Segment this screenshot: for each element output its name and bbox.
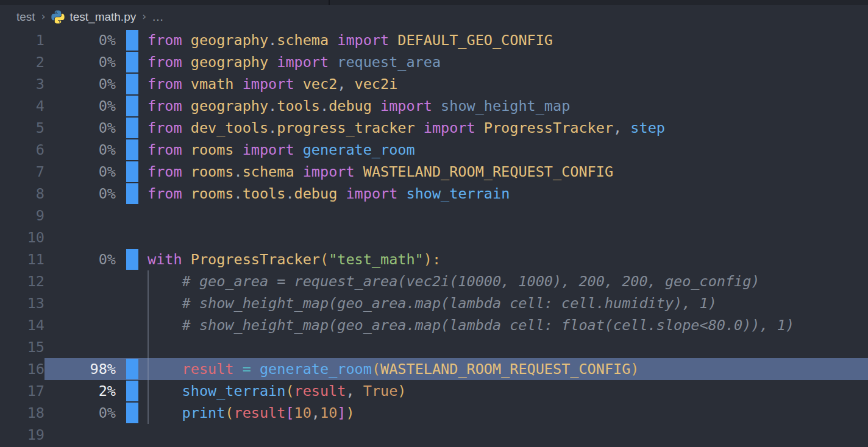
- line-number[interactable]: 7: [0, 161, 44, 183]
- profile-gutter-block: [126, 30, 138, 51]
- line-number[interactable]: 6: [0, 139, 44, 161]
- code-line[interactable]: 110%with ProgressTracker("test_math"):: [0, 248, 868, 270]
- line-number[interactable]: 4: [0, 95, 44, 117]
- breadcrumb-folder[interactable]: test: [16, 10, 35, 24]
- profile-gutter: [119, 380, 140, 402]
- profile-gutter: [119, 183, 140, 205]
- profile-gutter: [119, 29, 140, 51]
- code-line[interactable]: 15: [0, 336, 868, 358]
- line-number[interactable]: 19: [0, 424, 44, 446]
- code-token: ): [397, 382, 406, 399]
- line-number[interactable]: 15: [0, 336, 44, 358]
- line-number[interactable]: 3: [0, 73, 44, 95]
- code-line[interactable]: 70%from rooms.schema import WASTELAND_RO…: [0, 161, 868, 183]
- line-number[interactable]: 17: [0, 380, 44, 402]
- code-text[interactable]: from geography.tools.debug import show_h…: [140, 95, 868, 117]
- code-line[interactable]: 13 # show_height_map(geo_area.map(lambda…: [0, 292, 868, 314]
- code-token: "test_math": [329, 251, 424, 268]
- profile-percentage: 0%: [44, 402, 119, 424]
- code-text[interactable]: # geo_area = request_area(vec2i(10000, 1…: [140, 270, 868, 292]
- code-line[interactable]: 40%from geography.tools.debug import sho…: [0, 95, 868, 117]
- code-token: import: [372, 97, 441, 114]
- line-number[interactable]: 12: [0, 270, 44, 292]
- code-text[interactable]: # show_height_map(geo_area.map(lambda ce…: [140, 292, 868, 314]
- profile-gutter-block: [126, 74, 138, 94]
- line-number[interactable]: 14: [0, 314, 44, 336]
- line-number[interactable]: 16: [0, 358, 44, 380]
- code-line[interactable]: 60%from rooms import generate_room: [0, 139, 868, 161]
- line-number[interactable]: 18: [0, 402, 44, 424]
- code-line[interactable]: 9: [0, 205, 868, 227]
- profile-gutter: [119, 424, 140, 446]
- code-token: DEFAULT_GEO_CONFIG: [397, 32, 553, 49]
- line-number[interactable]: 2: [0, 51, 44, 73]
- code-token: tools: [277, 97, 320, 114]
- code-text[interactable]: from geography.schema import DEFAULT_GEO…: [140, 29, 868, 51]
- line-body: 0%from geography.schema import DEFAULT_G…: [44, 29, 868, 51]
- code-line[interactable]: 19: [0, 424, 868, 446]
- code-text[interactable]: [140, 227, 868, 248]
- profile-gutter: [119, 270, 140, 292]
- profile-percentage: [44, 227, 119, 248]
- code-text[interactable]: print(result[10,10]): [140, 402, 868, 424]
- code-line[interactable]: 10: [0, 227, 868, 248]
- profile-gutter-block: [126, 359, 138, 379]
- profile-percentage: 0%: [44, 248, 119, 270]
- code-line[interactable]: 180% print(result[10,10]): [0, 402, 868, 424]
- code-text[interactable]: from rooms.tools.debug import show_terra…: [140, 183, 868, 205]
- breadcrumb-file[interactable]: test_math.py: [51, 10, 136, 24]
- profile-gutter-block: [126, 139, 138, 160]
- code-token: =: [243, 361, 251, 378]
- tab-separator: [329, 0, 330, 5]
- profile-gutter-block: [126, 161, 138, 182]
- code-text[interactable]: from geography import request_area: [140, 51, 868, 73]
- code-line[interactable]: 1698% result = generate_room(WASTELAND_R…: [0, 358, 868, 380]
- highlighted-line-body: 98% result = generate_room(WASTELAND_ROO…: [44, 358, 868, 380]
- code-token: geography: [191, 54, 268, 71]
- code-text[interactable]: from vmath import vec2, vec2i: [140, 73, 868, 95]
- code-token: WASTELAND_ROOM_REQUEST_CONFIG: [380, 361, 630, 378]
- code-line[interactable]: 12 # geo_area = request_area(vec2i(10000…: [0, 270, 868, 292]
- code-line[interactable]: 30%from vmath import vec2, vec2i: [0, 73, 868, 95]
- code-text[interactable]: # show_height_map(geo_area.map(lambda ce…: [140, 314, 868, 336]
- code-token: result: [182, 361, 234, 378]
- code-token: debug: [329, 97, 372, 114]
- code-token: [355, 382, 363, 399]
- profile-percentage: [44, 205, 119, 227]
- profile-percentage: [44, 424, 119, 446]
- code-text[interactable]: [140, 424, 868, 446]
- profile-gutter: [119, 117, 140, 139]
- code-token: rooms: [191, 141, 234, 158]
- code-token: # geo_area = request_area(vec2i(10000, 1…: [148, 273, 760, 290]
- line-number[interactable]: 10: [0, 227, 44, 248]
- code-text[interactable]: from rooms import generate_room: [140, 139, 868, 161]
- code-token: from: [148, 97, 191, 114]
- code-line[interactable]: 80%from rooms.tools.debug import show_te…: [0, 183, 868, 205]
- code-line[interactable]: 172% show_terrain(result, True): [0, 380, 868, 402]
- code-line[interactable]: 50%from dev_tools.progress_tracker impor…: [0, 117, 868, 139]
- code-text[interactable]: result = generate_room(WASTELAND_ROOM_RE…: [140, 358, 868, 380]
- profile-gutter-block: [126, 96, 138, 116]
- code-text[interactable]: [140, 205, 868, 227]
- line-number[interactable]: 13: [0, 292, 44, 314]
- line-body: [44, 336, 868, 358]
- code-text[interactable]: from dev_tools.progress_tracker import P…: [140, 117, 868, 139]
- code-line[interactable]: 10%from geography.schema import DEFAULT_…: [0, 29, 868, 51]
- code-token: import: [234, 76, 303, 93]
- line-number[interactable]: 11: [0, 248, 44, 270]
- code-text[interactable]: with ProgressTracker("test_math"):: [140, 248, 868, 270]
- line-number[interactable]: 8: [0, 183, 44, 205]
- code-text[interactable]: show_terrain(result, True): [140, 380, 868, 402]
- code-token: rooms: [191, 185, 234, 202]
- code-text[interactable]: from rooms.schema import WASTELAND_ROOM_…: [140, 161, 868, 183]
- line-number[interactable]: 5: [0, 117, 44, 139]
- profile-gutter: [119, 73, 140, 95]
- breadcrumb-symbol-ellipsis[interactable]: ...: [152, 10, 164, 24]
- code-text[interactable]: [140, 336, 868, 358]
- code-line[interactable]: 14 # show_height_map(geo_area.map(lambda…: [0, 314, 868, 336]
- code-line[interactable]: 20%from geography import request_area: [0, 51, 868, 73]
- line-number[interactable]: 1: [0, 29, 44, 51]
- line-number[interactable]: 9: [0, 205, 44, 227]
- code-token: with: [148, 251, 191, 268]
- code-token: result: [234, 404, 286, 421]
